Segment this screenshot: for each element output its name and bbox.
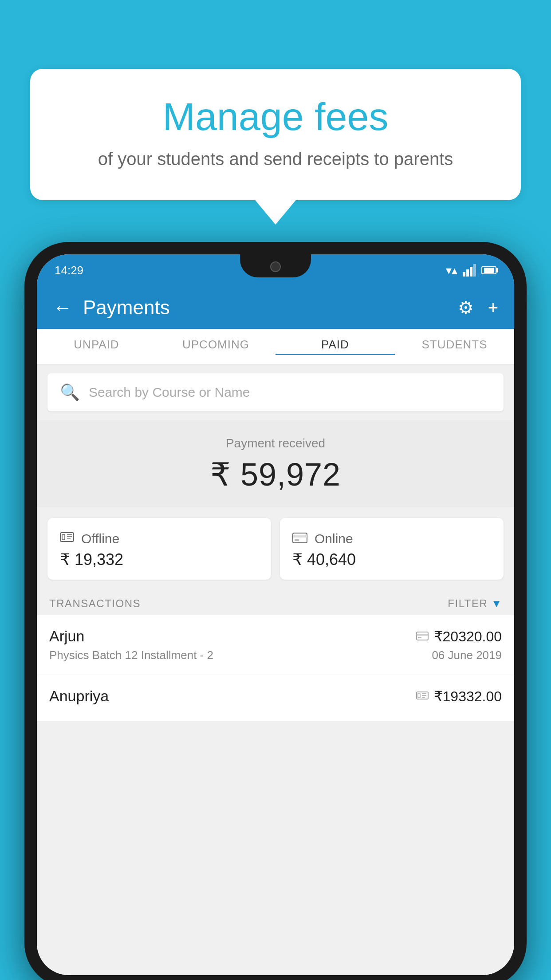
transaction-amount-wrapper: ₹20320.00 [416,628,502,645]
search-icon: 🔍 [60,383,80,402]
app-header: ← Payments ⚙ + [37,286,514,329]
front-camera [270,261,281,272]
transactions-header: TRANSACTIONS FILTER ▼ [37,590,514,615]
svg-rect-7 [295,539,299,541]
online-payment-icon [292,530,307,547]
offline-payment-card: Offline ₹ 19,332 [47,518,271,580]
speech-bubble: Manage fees of your students and send re… [30,69,521,200]
payment-cards-row: Offline ₹ 19,332 Onli [37,507,514,590]
status-icons: ▾▴ [446,264,496,277]
phone-screen: 14:29 ▾▴ [37,254,514,975]
transaction-date: 06 June 2019 [432,648,502,662]
svg-rect-8 [417,632,428,640]
transaction-amount-wrapper: ₹19332.00 [416,688,502,705]
bubble-title: Manage fees [66,95,485,138]
filter-button[interactable]: FILTER ▼ [448,597,502,610]
online-label: Online [315,531,353,546]
svg-rect-12 [418,693,420,698]
tabs-bar: UNPAID UPCOMING PAID STUDENTS [37,329,514,364]
svg-rect-9 [417,634,428,636]
transaction-row[interactable]: Anupriya ₹19332.00 [37,675,514,721]
transaction-card-icon [416,629,429,644]
svg-rect-10 [418,637,421,638]
svg-rect-6 [293,535,307,537]
settings-icon[interactable]: ⚙ [458,297,474,318]
online-amount: ₹ 40,640 [292,550,491,569]
payment-received-section: Payment received ₹ 59,972 [37,420,514,507]
offline-payment-icon [60,530,74,547]
transaction-amount: ₹20320.00 [434,628,502,645]
page-title: Payments [83,296,458,319]
transaction-course: Physics Batch 12 Installment - 2 [49,648,213,662]
transaction-name: Anupriya [49,688,109,705]
phone-notch [240,254,311,277]
tab-upcoming[interactable]: UPCOMING [156,338,276,355]
signal-icon [463,264,476,277]
status-time: 14:29 [55,264,83,277]
online-payment-card: Online ₹ 40,640 [280,518,504,580]
payment-total-amount: ₹ 59,972 [47,456,504,493]
offline-amount: ₹ 19,332 [60,550,259,569]
tab-students[interactable]: STUDENTS [395,338,514,355]
transactions-label: TRANSACTIONS [49,597,141,610]
svg-rect-1 [62,534,65,540]
search-bar[interactable]: 🔍 Search by Course or Name [47,373,504,411]
transaction-row[interactable]: Arjun ₹20320.00 Physics Batch 1 [37,615,514,675]
header-actions: ⚙ + [458,297,498,318]
battery-icon [481,266,496,274]
phone-device: 14:29 ▾▴ [24,242,527,980]
content-area: 🔍 Search by Course or Name Payment recei… [37,364,514,975]
back-button[interactable]: ← [53,296,72,319]
search-input[interactable]: Search by Course or Name [89,385,250,400]
offline-label: Offline [81,531,119,546]
bubble-subtitle: of your students and send receipts to pa… [66,149,485,169]
filter-label: FILTER [448,597,488,610]
filter-icon: ▼ [491,597,502,610]
svg-rect-5 [293,533,307,543]
tab-unpaid[interactable]: UNPAID [37,338,156,355]
tab-paid[interactable]: PAID [276,338,395,355]
transaction-cash-icon [416,689,429,703]
wifi-icon: ▾▴ [446,264,457,277]
transaction-name: Arjun [49,628,84,645]
transaction-amount: ₹19332.00 [434,688,502,705]
add-icon[interactable]: + [488,298,498,318]
payment-label: Payment received [47,436,504,450]
